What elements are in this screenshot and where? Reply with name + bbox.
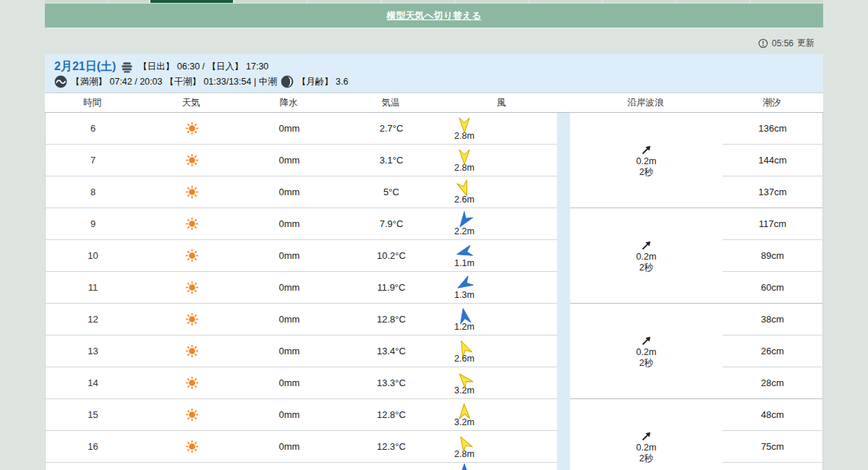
wind-cell <box>447 463 557 470</box>
tide-cell: 28cm <box>723 367 822 398</box>
table-header-row: 時間天気降水気温風沿岸波浪潮汐 <box>45 93 823 113</box>
temp-cell: 13.3°C <box>336 377 447 388</box>
forecast-row-8: 80mm5°C2.6m <box>46 176 557 208</box>
date-title: 2月21日(土) <box>54 59 116 74</box>
tide-cell: 48cm <box>723 399 822 431</box>
wind-cell: 2.2m <box>447 212 557 236</box>
wind-direction-arrow <box>455 306 474 325</box>
wind-cell: 1.3m <box>447 275 557 300</box>
weather-cell <box>140 281 243 294</box>
day-tab-1[interactable] <box>109 0 149 3</box>
wind-cell: 1.2m <box>447 307 557 332</box>
tide-moon-line: 【満潮】 07:42 / 20:03 【干潮】 01:33/13:54 | 中潮… <box>54 75 823 88</box>
temp-cell: 5°C <box>336 187 447 197</box>
tide-cell: 89cm <box>723 240 822 272</box>
wind-box: 2.6m <box>451 339 478 364</box>
day-tab-9[interactable] <box>677 0 749 3</box>
sunrise-sunset-times: 【日出】 06:30 / 【日入】 17:30 <box>138 61 268 73</box>
hour-cell: 14 <box>46 377 140 388</box>
weather-cell <box>140 122 243 134</box>
hour-cell: 11 <box>46 282 140 293</box>
hour-cell: 6 <box>46 123 140 134</box>
weather-cell <box>140 409 243 421</box>
forecast-row-16: 160mm12.3°C2.8m <box>46 431 557 463</box>
day-tab-3[interactable] <box>234 0 307 3</box>
precip-cell: 0mm <box>243 409 336 420</box>
day-tab-7[interactable] <box>529 0 602 3</box>
precip-cell: 0mm <box>243 123 336 134</box>
weather-cell <box>140 154 243 166</box>
day-tab-5[interactable] <box>382 0 454 3</box>
wind-direction-arrow <box>456 116 472 134</box>
column-header-0: 時間 <box>45 93 140 112</box>
table-body: 60mm2.7°C2.8m70mm3.1°C2.8m80mm5°C2.6m90m… <box>45 113 823 470</box>
header-spacer <box>556 93 569 112</box>
wind-cell: 2.8m <box>447 116 557 141</box>
hour-cell: 8 <box>46 187 140 197</box>
wind-box: 3.2m <box>451 371 478 396</box>
forecast-row-partial <box>46 463 557 470</box>
wave-direction-arrow <box>640 239 653 252</box>
wind-direction-arrow <box>456 148 472 166</box>
update-label: 更新 <box>797 37 814 49</box>
day-tab-4[interactable] <box>308 0 380 3</box>
day-tab-10[interactable] <box>751 0 823 3</box>
weather-cell <box>140 440 243 453</box>
update-time: 05:56 <box>772 38 793 48</box>
wave-direction-arrow <box>640 430 653 443</box>
temp-cell: 7.9°C <box>336 218 447 229</box>
layout-switch-banner: 横型天気へ切り替える <box>45 4 823 27</box>
switch-to-horizontal-weather-link[interactable]: 横型天気へ切り替える <box>386 9 481 22</box>
forecast-row-14: 140mm13.3°C3.2m <box>46 367 557 399</box>
column-header-5: 沿岸波浪 <box>569 93 722 112</box>
weather-cell <box>140 218 243 230</box>
wind-box: 1.2m <box>451 307 478 332</box>
temp-cell: 12.8°C <box>336 314 447 325</box>
temp-cell: 3.1°C <box>336 155 447 166</box>
wind-cell: 2.6m <box>447 339 557 364</box>
precip-cell: 0mm <box>243 218 336 229</box>
column-header-4: 風 <box>446 93 556 112</box>
weather-cell <box>140 313 243 325</box>
temp-cell: 12.3°C <box>336 441 447 452</box>
wind-box: 1.3m <box>451 275 478 300</box>
wind-cell: 2.8m <box>447 435 557 459</box>
sunny-icon <box>186 377 198 389</box>
temp-cell: 2.7°C <box>336 123 447 134</box>
precip-cell: 0mm <box>243 187 336 197</box>
tide-cell: 136cm <box>723 113 822 145</box>
sunny-icon <box>186 409 198 421</box>
day-tab-2-active[interactable] <box>150 0 233 3</box>
tide-stack: 136cm144cm137cm <box>723 113 822 208</box>
wind-box: 2.8m <box>451 148 478 173</box>
wave-tide-columns: 0.2m2秒136cm144cm137cm0.2m2秒117cm89cm60cm… <box>570 113 823 470</box>
wave-cell: 0.2m2秒 <box>570 113 723 208</box>
temp-cell: 13.4°C <box>336 346 447 356</box>
day-tab-0[interactable] <box>45 0 107 3</box>
sunny-icon <box>186 440 198 453</box>
sunny-icon <box>186 154 198 166</box>
sunny-icon <box>186 313 198 325</box>
top-tab-strip <box>45 0 823 3</box>
day-tab-8[interactable] <box>603 0 676 3</box>
wind-box: 2.8m <box>451 116 478 141</box>
wind-box: 2.6m <box>451 180 478 205</box>
tide-cell: 137cm <box>723 176 822 208</box>
column-header-2: 降水 <box>242 93 335 112</box>
day-tab-6[interactable] <box>456 0 528 3</box>
wave-group-3: 0.2m2秒48cm75cm <box>570 399 822 470</box>
wave-height: 0.2m <box>637 443 657 453</box>
wind-cell: 3.2m <box>447 371 557 396</box>
wind-box: 2.2m <box>451 212 478 236</box>
tide-cell: 60cm <box>723 272 822 303</box>
wave-height: 0.2m <box>637 347 657 358</box>
sunny-icon <box>186 281 198 294</box>
column-header-6: 潮汐 <box>722 93 822 112</box>
precip-cell: 0mm <box>243 314 336 325</box>
tide-stack: 38cm26cm28cm <box>723 304 822 398</box>
hour-cell: 12 <box>46 314 140 325</box>
date-header: 2月21日(土) 【日出】 06:30 / 【日入】 17:30 【満潮】 07… <box>45 54 823 92</box>
wave-direction-arrow <box>640 334 653 347</box>
column-header-3: 気温 <box>335 93 446 112</box>
hour-cell: 7 <box>46 155 140 166</box>
